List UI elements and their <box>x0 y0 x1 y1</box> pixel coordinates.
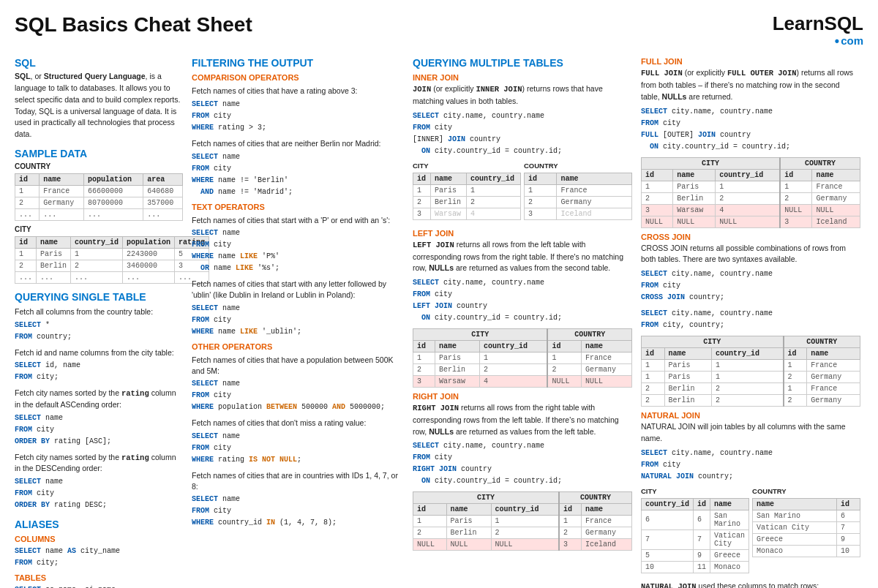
full-join-title: FULL JOIN <box>641 57 860 66</box>
inner-join-city-table: idnamecountry_id 1Paris1 2Berlin2 3Warsa… <box>413 173 521 220</box>
qs-desc-4: Fetch city names sorted by the rating co… <box>15 452 183 474</box>
city-header-population: population <box>123 236 175 248</box>
qs-desc-1: Fetch all columns from the country table… <box>15 306 183 317</box>
left-join-code: SELECT city.name, country.nameFROM cityL… <box>413 277 632 324</box>
page-header: SQL Basics Cheat Sheet LearnSQL •com <box>15 13 863 48</box>
logo: LearnSQL •com <box>773 13 863 48</box>
column-1: SQL SQL, or Structured Query Language, i… <box>15 57 183 588</box>
city-header-id: id <box>15 236 37 248</box>
logo-com: com <box>841 35 863 48</box>
country-header-population: population <box>83 173 143 185</box>
country-table-wrapper: COUNTRY id name population area 1France6… <box>15 162 183 221</box>
text-ops-title: TEXT OPERATORS <box>192 203 404 211</box>
city-table: id name country_id population rating 1Pa… <box>15 236 209 284</box>
city-table-wrapper: CITY id name country_id population ratin… <box>15 225 183 284</box>
text-desc-1: Fetch names of cities that start with a … <box>192 215 404 226</box>
qs-code-1: SELECT *FROM country; <box>15 320 183 343</box>
aliases-columns-title: COLUMNS <box>15 535 183 543</box>
logo-sql: SQL <box>825 13 863 34</box>
city-header-name: name <box>37 236 71 248</box>
qs-desc-2: Fetch id and name columns from the city … <box>15 347 183 358</box>
qs-code-3: SELECT nameFROM cityORDER BY rating [ASC… <box>15 412 183 448</box>
city-header-countryid: country_id <box>71 236 123 248</box>
aliases-columns-code: SELECT name AS city_nameFROM city; <box>15 546 183 569</box>
right-join-table: CITY COUNTRY idnamecountry_ididname 1Par… <box>413 491 632 551</box>
comp-desc-2: Fetch names of cities that are neither B… <box>192 138 404 149</box>
other-desc-1: Fetch names of cities that have a popula… <box>192 355 404 376</box>
natural-join-footer: NATURAL JOIN used these columns to match… <box>641 581 860 588</box>
text-desc-2: Fetch names of cities that start with an… <box>192 279 404 300</box>
sql-body: SQL, or Structured Query Language, is a … <box>15 71 183 140</box>
logo-bottom: •com <box>773 34 863 49</box>
other-code-2: SELECT nameFROM cityWHERE rating IS NOT … <box>192 431 404 466</box>
other-code-3: SELECT nameFROM cityWHERE country_id IN … <box>192 494 404 529</box>
comparison-ops-title: COMPARISON OPERATORS <box>192 73 404 82</box>
qs-code-2: SELECT id, nameFROM city; <box>15 360 183 383</box>
sample-data-title: SAMPLE DATA <box>15 148 183 159</box>
qs-code-4: SELECT nameFROM cityORDER BY rating DESC… <box>15 476 183 511</box>
natural-join-city-label: CITY <box>641 487 749 495</box>
right-join-title: RIGHT JOIN <box>413 392 632 401</box>
inner-join-city-label: CITY <box>413 162 521 170</box>
column-4: FULL JOIN FULL JOIN (or explicitly FULL … <box>641 57 860 588</box>
left-join-table: CITY COUNTRY idnamecountry_ididname 1Par… <box>413 328 632 388</box>
natural-join-desc: NATURAL JOIN will join tables by all col… <box>641 421 860 445</box>
page-title: SQL Basics Cheat Sheet <box>15 13 252 37</box>
cross-join-code1: SELECT city.name, country.nameFROM cityC… <box>641 268 860 304</box>
natural-join-country-label: COUNTRY <box>752 487 860 495</box>
filtering-title: FILTERING THE OUTPUT <box>192 57 404 69</box>
logo-dot: • <box>835 34 839 49</box>
aliases-tables-title: TABLES <box>15 573 183 582</box>
natural-join-country-table: nameid San Marino6 Vatican City7 Greece9… <box>752 498 860 557</box>
other-desc-2: Fetch names of cities that don't miss a … <box>192 418 404 429</box>
natural-join-title: NATURAL JOIN <box>641 411 860 420</box>
full-join-desc: FULL JOIN (or explicitly FULL OUTER JOIN… <box>641 67 860 102</box>
column-3: QUERYING MULTIPLE TABLES INNER JOIN JOIN… <box>413 57 632 555</box>
inner-join-country-table: idname 1France 2Germany 3Iceland <box>524 173 632 220</box>
right-join-desc: RIGHT JOIN returns all rows from the rig… <box>413 402 632 437</box>
text-code-1: SELECT nameFROM cityWHERE name LIKE 'P%'… <box>192 227 404 274</box>
city-table-label: CITY <box>15 225 183 233</box>
natural-join-code: SELECT city.name, country.nameFROM cityN… <box>641 448 860 483</box>
column-2: FILTERING THE OUTPUT COMPARISON OPERATOR… <box>192 57 404 533</box>
comp-desc-1: Fetch names of cities that have a rating… <box>192 86 404 97</box>
right-join-code: SELECT city.name, country.nameFROM cityR… <box>413 440 632 487</box>
querying-multiple-title: QUERYING MULTIPLE TABLES <box>413 57 632 69</box>
cross-join-title: CROSS JOIN <box>641 233 860 241</box>
inner-join-code: SELECT city.name, country.nameFROM city[… <box>413 110 632 157</box>
other-ops-title: OTHER OPERATORS <box>192 342 404 351</box>
country-header-area: area <box>143 173 183 185</box>
full-join-table: CITY COUNTRY idnamecountry_ididname 1Par… <box>641 157 860 228</box>
country-header-id: id <box>15 173 40 185</box>
logo-learn: Learn <box>773 13 825 34</box>
aliases-title: ALIASES <box>15 519 183 530</box>
qs-desc-3: Fetch city names sorted by the rating co… <box>15 388 183 410</box>
country-table: id name population area 1France666000006… <box>15 173 183 221</box>
comp-code-1: SELECT nameFROM cityWHERE rating > 3; <box>192 99 404 134</box>
country-header-name: name <box>40 173 84 185</box>
text-code-2: SELECT nameFROM cityWHERE name LIKE '_ub… <box>192 303 404 338</box>
inner-join-title: INNER JOIN <box>413 73 632 82</box>
left-join-title: LEFT JOIN <box>413 229 632 238</box>
comp-code-2: SELECT nameFROM cityWHERE name != 'Berli… <box>192 151 404 198</box>
inner-join-desc: JOIN (or explicitly INNER JOIN) returns … <box>413 83 632 108</box>
cross-join-code2: SELECT city.name, country.nameFROM city,… <box>641 308 860 331</box>
natural-join-city-table: country_ididname 66San Marino 77Vatican … <box>641 498 749 573</box>
cross-join-table: CITY COUNTRY idnamecountry_ididname 1Par… <box>641 336 860 407</box>
other-desc-3: Fetch names of cities that are in countr… <box>192 470 404 491</box>
left-join-desc: LEFT JOIN returns all rows from the left… <box>413 239 632 274</box>
aliases-tables-code: SELECT co.name, ci.nameFROM city AS ciJO… <box>15 584 183 588</box>
full-join-code: SELECT city.name, country.nameFROM cityF… <box>641 106 860 153</box>
other-code-1: SELECT nameFROM cityWHERE population BET… <box>192 378 404 413</box>
content-columns: SQL SQL, or Structured Query Language, i… <box>15 57 863 588</box>
country-table-label: COUNTRY <box>15 162 183 170</box>
sql-section-title: SQL <box>15 57 183 69</box>
cross-join-desc: CROSS JOIN returns all possible combinat… <box>641 243 860 266</box>
inner-join-country-label: COUNTRY <box>524 162 632 170</box>
querying-single-title: QUERYING SINGLE TABLE <box>15 291 183 303</box>
